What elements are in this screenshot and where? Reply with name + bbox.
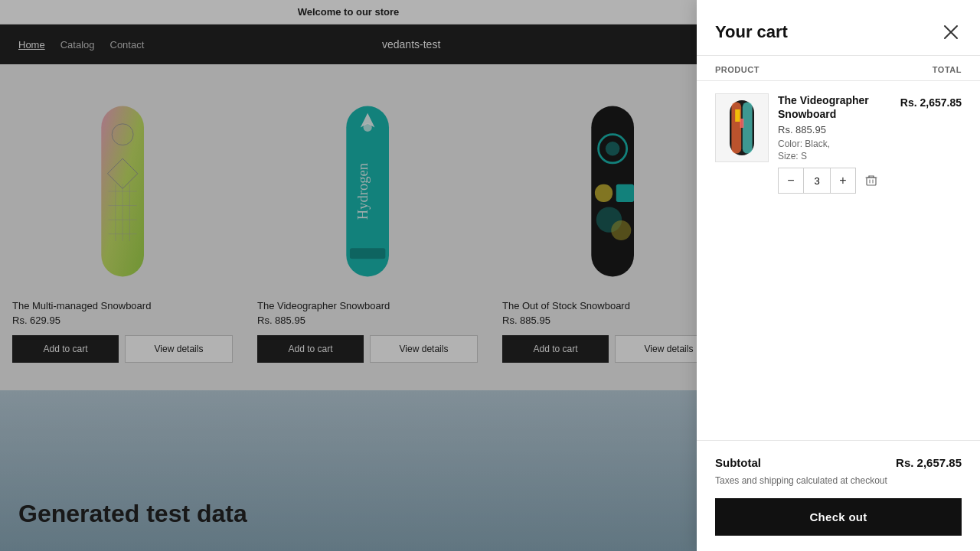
svg-rect-29 xyxy=(867,178,876,185)
cart-item-price: Rs. 885.95 xyxy=(778,124,891,135)
close-cart-button[interactable] xyxy=(940,21,962,43)
quantity-controls: − 3 + xyxy=(778,168,856,194)
delete-item-button[interactable] xyxy=(862,171,880,190)
checkout-button[interactable]: Check out xyxy=(715,498,962,536)
quantity-decrease-button[interactable]: − xyxy=(779,168,803,193)
svg-rect-27 xyxy=(735,109,740,122)
cart-item-total-area: Rs. 2,657.85 xyxy=(900,93,962,194)
cart-panel: Your cart PRODUCT TOTAL xyxy=(697,0,980,551)
cart-item: The Videographer Snowboard Rs. 885.95 Co… xyxy=(715,93,962,194)
cart-item-total: Rs. 2,657.85 xyxy=(900,93,962,109)
cart-item-name: The Videographer Snowboard xyxy=(778,93,891,121)
cart-item-thumbnail xyxy=(723,97,761,158)
quantity-increase-button[interactable]: + xyxy=(831,168,855,193)
svg-rect-28 xyxy=(740,119,744,128)
dim-overlay xyxy=(0,0,697,551)
tax-note: Taxes and shipping calculated at checkou… xyxy=(715,475,962,486)
subtotal-label: Subtotal xyxy=(715,456,761,469)
cart-footer: Subtotal Rs. 2,657.85 Taxes and shipping… xyxy=(697,440,980,551)
subtotal-amount: Rs. 2,657.85 xyxy=(896,456,962,469)
cart-body: The Videographer Snowboard Rs. 885.95 Co… xyxy=(697,81,980,440)
total-column-label: TOTAL xyxy=(933,65,962,74)
svg-rect-26 xyxy=(743,102,753,153)
cart-header: Your cart xyxy=(697,0,980,56)
product-column-label: PRODUCT xyxy=(715,65,760,74)
cart-title: Your cart xyxy=(715,22,788,42)
subtotal-row: Subtotal Rs. 2,657.85 xyxy=(715,456,962,469)
cart-item-color: Color: Black, xyxy=(778,139,891,149)
cart-item-size: Size: S xyxy=(778,151,891,161)
cart-columns-header: PRODUCT TOTAL xyxy=(697,56,980,81)
item-controls-row: − 3 + xyxy=(778,168,891,194)
trash-icon xyxy=(865,174,877,187)
cart-item-image xyxy=(715,93,769,162)
quantity-display: 3 xyxy=(803,168,831,193)
cart-item-details: The Videographer Snowboard Rs. 885.95 Co… xyxy=(778,93,891,194)
close-icon xyxy=(943,24,959,40)
